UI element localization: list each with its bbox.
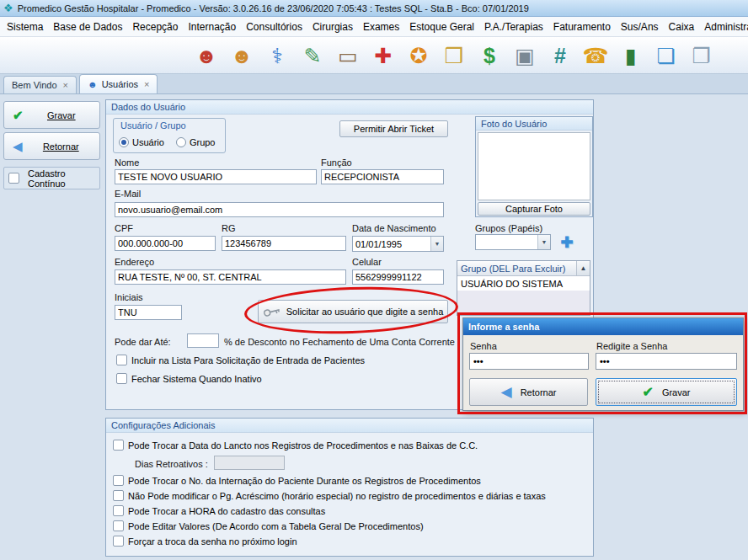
menu-administracao[interactable]: Administração xyxy=(704,21,748,33)
radio-icon[interactable] xyxy=(176,137,186,147)
popup-gravar-button[interactable]: ✔ Gravar xyxy=(596,378,737,406)
phone-icon[interactable]: ☎ xyxy=(581,41,610,70)
email-input[interactable] xyxy=(115,202,444,217)
menu-caixa[interactable]: Caixa xyxy=(669,21,695,33)
grupos-papeis-combo[interactable]: ▼ xyxy=(475,234,551,250)
bed-icon[interactable]: ▭ xyxy=(334,41,362,70)
close-icon[interactable]: × xyxy=(144,79,149,89)
cpf-label: CPF xyxy=(115,223,133,233)
checkbox-box[interactable] xyxy=(113,440,124,451)
checkbox-label: Forçar a troca da senha no próximo login xyxy=(128,536,297,547)
checkbox-box[interactable] xyxy=(8,173,19,184)
redigite-senha-input[interactable] xyxy=(596,353,737,370)
checkbox-label: Pode Editar Valores (De Acordo com a Tab… xyxy=(128,521,424,531)
checkbox-fechar-sistema[interactable]: Fechar Sistema Quando Inativo xyxy=(116,373,262,384)
cadastro-continuo-checkbox[interactable]: Cadastro Contínuo xyxy=(3,167,100,189)
chat-icon[interactable]: ❏ xyxy=(652,41,681,70)
menu-sistema[interactable]: Sistema xyxy=(7,21,43,33)
capturar-foto-label: Capturar Foto xyxy=(505,204,563,214)
radio-grupo[interactable]: Grupo xyxy=(176,137,216,147)
menu-pa-terapias[interactable]: P.A./Terapias xyxy=(484,21,543,33)
checkbox-editar-valores[interactable]: Pode Editar Valores (De Acordo com a Tab… xyxy=(113,520,424,531)
patients-icon[interactable]: ☻ xyxy=(227,41,256,70)
stock-icon[interactable]: ❒ xyxy=(440,41,468,70)
pode-dar-ate-suffix: % de Desconto no Fechamento de Uma Conta… xyxy=(224,337,455,347)
checkbox-box[interactable] xyxy=(113,475,124,486)
grupo-list-item[interactable]: USUÁRIO DO SISTEMA xyxy=(457,276,590,291)
iniciais-input[interactable] xyxy=(115,305,182,320)
add-group-button[interactable]: ✚ xyxy=(555,232,579,253)
checkbox-trocar-hora[interactable]: Pode Trocar a HORA do cadastro das consu… xyxy=(113,505,325,516)
safe-icon[interactable]: ▣ xyxy=(510,41,539,70)
prescription-icon[interactable]: ✎ xyxy=(298,41,327,70)
pode-dar-ate-label: Pode dar Até: xyxy=(115,337,171,347)
radio-usuario[interactable]: Usuário xyxy=(119,137,164,147)
chevron-down-icon[interactable]: ▼ xyxy=(537,235,550,249)
configuracoes-adicionais-group: Configurações Adicionais Pode Trocar a D… xyxy=(105,418,594,557)
menu-bar: Sistema Base de Dados Recepção Internaçã… xyxy=(0,17,748,37)
menu-base-de-dados[interactable]: Base de Dados xyxy=(53,21,122,33)
pode-dar-ate-input[interactable] xyxy=(187,333,219,348)
checkbox-box[interactable] xyxy=(113,536,124,547)
tab-usuarios[interactable]: ☻ Usuários × xyxy=(79,74,158,93)
senha-input[interactable] xyxy=(469,353,589,370)
checkbox-nao-modificar-pg[interactable]: Não Pode modificar o Pg. Acréscimo (horá… xyxy=(113,490,546,501)
menu-internacao[interactable]: Internação xyxy=(188,21,236,33)
radio-icon[interactable] xyxy=(119,137,129,147)
retornar-button[interactable]: ◀ Retornar xyxy=(3,132,100,160)
menu-cirurgias[interactable]: Cirurgias xyxy=(313,21,353,33)
endereco-input[interactable] xyxy=(115,269,346,285)
tab-label: Usuários xyxy=(102,79,138,89)
funcao-input[interactable] xyxy=(321,169,444,184)
dias-retroativos-input[interactable] xyxy=(214,456,285,470)
menu-sus-ans[interactable]: Sus/Ans xyxy=(621,21,659,33)
checkbox-forcar-troca-senha[interactable]: Forçar a troca da senha no próximo login xyxy=(113,536,297,547)
rg-input[interactable] xyxy=(222,236,346,251)
reception-icon[interactable]: ☻ xyxy=(192,41,221,70)
grupo-list-header[interactable]: Grupo (DEL Para Excluir) ▲ xyxy=(457,261,590,276)
close-icon[interactable]: × xyxy=(63,80,68,90)
solicitar-senha-button[interactable]: Solicitar ao usuário que digite a senha xyxy=(258,300,448,323)
foto-preview xyxy=(478,132,590,200)
popup-retornar-button[interactable]: ◀ Retornar xyxy=(469,378,588,406)
checkbox-label: Pode Trocar a HORA do cadastro das consu… xyxy=(128,506,325,516)
nascimento-combo[interactable]: 01/01/1995 ▼ xyxy=(352,236,444,252)
menu-exames[interactable]: Exames xyxy=(363,21,399,33)
cpf-input[interactable] xyxy=(115,236,216,251)
checkbox-box[interactable] xyxy=(113,520,124,531)
ambulance-icon[interactable]: ✚ xyxy=(369,41,398,70)
gravar-button[interactable]: ✔ Gravar xyxy=(3,101,100,129)
grupos-papeis-label: Grupos (Papéis) xyxy=(475,223,542,233)
checkbox-incluir-lista[interactable]: Incluir na Lista Para Solicitação de Ent… xyxy=(116,355,365,365)
celular-input[interactable] xyxy=(352,269,444,285)
popup-gravar-label: Gravar xyxy=(662,387,691,397)
checkbox-box[interactable] xyxy=(113,505,124,516)
menu-recepcao[interactable]: Recepção xyxy=(132,21,178,33)
doctor-icon[interactable]: ⚕ xyxy=(263,41,291,70)
window-icon[interactable]: ❐ xyxy=(687,41,716,70)
foto-usuario-group: Foto do Usuário Capturar Foto xyxy=(475,116,593,217)
user-icon: ☻ xyxy=(88,79,98,89)
reports-icon[interactable]: ✪ xyxy=(404,41,433,70)
checkbox-box[interactable] xyxy=(116,355,127,365)
funcao-label: Função xyxy=(321,157,352,168)
menu-consultorios[interactable]: Consultórios xyxy=(246,21,302,33)
billing-icon[interactable]: $ xyxy=(475,41,504,70)
tab-bar: Bem Vindo × ☻ Usuários × xyxy=(0,74,748,94)
checkbox-box[interactable] xyxy=(116,373,127,384)
radio-grupo-label: Grupo xyxy=(190,137,216,147)
checkbox-box[interactable] xyxy=(113,490,124,501)
permitir-abrir-ticket-button[interactable]: Permitir Abrir Ticket xyxy=(339,120,448,137)
checkbox-trocar-no-internacao[interactable]: Pode Trocar o No. da Internação do Pacie… xyxy=(113,475,481,486)
nome-input[interactable] xyxy=(115,169,317,184)
menu-estoque-geral[interactable]: Estoque Geral xyxy=(409,21,474,33)
capturar-foto-button[interactable]: Capturar Foto xyxy=(478,202,590,216)
book-icon[interactable]: ▮ xyxy=(617,41,645,70)
title-bar: ❖ Promedico Gestão Hospitalar - Promedic… xyxy=(0,0,748,17)
sort-up-icon[interactable]: ▲ xyxy=(576,261,590,275)
checkbox-trocar-data-lancto[interactable]: Pode Trocar a Data do Lancto nos Registr… xyxy=(113,440,478,451)
calculator-icon[interactable]: # xyxy=(546,41,574,70)
chevron-down-icon[interactable]: ▼ xyxy=(430,237,443,251)
menu-faturamento[interactable]: Faturamento xyxy=(553,21,611,33)
tab-bem-vindo[interactable]: Bem Vindo × xyxy=(3,76,77,93)
